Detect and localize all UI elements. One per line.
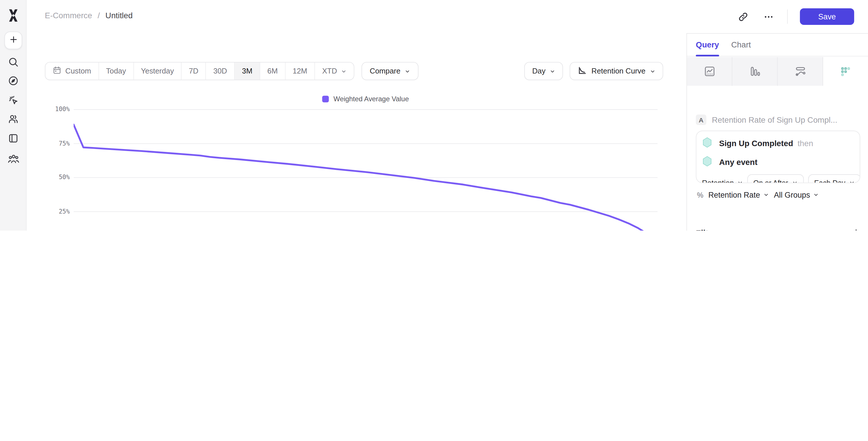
query-panel: Query Chart A Retention Rate of Sign (686, 33, 868, 231)
y-tick-label: 100% (27, 106, 70, 113)
breadcrumb-current[interactable]: Untitled (105, 11, 133, 20)
range-custom[interactable]: Custom (45, 63, 99, 80)
add-filter-icon[interactable] (852, 228, 861, 231)
retention-mode-label: Retention (702, 179, 734, 183)
retention-mode-dropdown[interactable]: Retention (701, 179, 743, 183)
cohorts-community-icon[interactable] (7, 152, 20, 165)
y-tick-label: 25% (27, 208, 70, 215)
calendar-icon (53, 66, 62, 76)
explore-compass-icon[interactable] (7, 74, 20, 87)
share-link-icon[interactable] (736, 10, 750, 23)
events-click-icon[interactable] (7, 93, 20, 107)
chart-toolbar: CustomTodayYesterday7D30D3M6M12MXTD Comp… (45, 62, 663, 80)
breadcrumb-separator: / (98, 11, 100, 20)
measure-metric-dropdown[interactable]: Retention Rate (709, 190, 769, 199)
retention-curve-chart[interactable] (73, 109, 657, 231)
more-options-icon[interactable] (762, 10, 775, 23)
chevron-down-icon (341, 68, 347, 74)
event-row-first[interactable]: Sign Up Completed then (701, 136, 855, 150)
app-logo-x-icon[interactable] (5, 8, 21, 24)
range-6m[interactable]: 6M (260, 63, 285, 80)
line-chart-icon[interactable] (687, 57, 733, 86)
chart-legend[interactable]: Weighted Average Value (73, 95, 657, 103)
retention-bucket-label: Each Day (814, 179, 845, 183)
chevron-down-icon (650, 68, 655, 74)
event-hexagon-icon (702, 155, 712, 169)
y-tick-label: 50% (27, 174, 70, 181)
retention-controls-row: Retention On or After Each Day (701, 174, 855, 183)
new-report-button[interactable] (4, 32, 22, 49)
retention-dots-icon[interactable] (823, 57, 868, 86)
chart-type-label: Retention Curve (591, 67, 646, 75)
measure-group-label: All Groups (774, 190, 810, 199)
breadcrumb-parent[interactable]: E-Commerce (45, 11, 92, 20)
panel-tabs: Query Chart (687, 34, 868, 56)
save-button[interactable]: Save (800, 8, 854, 25)
chart-type-dropdown[interactable]: Retention Curve (570, 62, 663, 80)
step-badge: A (696, 115, 706, 125)
library-icon[interactable] (7, 132, 20, 145)
plus-icon (9, 34, 18, 46)
retention-bucket-dropdown[interactable]: Each Day (808, 174, 860, 183)
sidebar (0, 0, 27, 231)
granularity-dropdown[interactable]: Day (524, 62, 563, 80)
percent-symbol: % (697, 191, 703, 199)
range-today[interactable]: Today (99, 63, 134, 80)
chevron-down-icon (405, 68, 410, 74)
topbar: E-Commerce / Untitled Save (27, 0, 868, 33)
main-content: CustomTodayYesterday7D30D3M6M12MXTD Comp… (27, 33, 686, 231)
event-name: Any event (719, 158, 758, 167)
legend-label: Weighted Average Value (334, 95, 409, 103)
bar-chart-icon[interactable] (733, 57, 778, 86)
breadcrumb: E-Commerce / Untitled (45, 11, 133, 20)
flow-sankey-icon[interactable] (778, 57, 823, 86)
retention-anchor-label: On or After (753, 179, 788, 183)
legend-swatch (322, 96, 329, 102)
measure-row: % Retention Rate All Groups (697, 190, 819, 199)
step-title: Retention Rate of Sign Up Compl... (712, 116, 837, 124)
measure-group-dropdown[interactable]: All Groups (774, 190, 819, 199)
compare-label: Compare (370, 67, 400, 75)
range-12m[interactable]: 12M (285, 63, 315, 80)
event-row-return[interactable]: Any event (701, 155, 855, 169)
chevron-down-icon (550, 68, 555, 74)
measure-metric-label: Retention Rate (709, 190, 760, 199)
range-3m[interactable]: 3M (235, 63, 260, 80)
range-7d[interactable]: 7D (182, 63, 206, 80)
events-card: Sign Up Completed then Any event Retenti… (696, 130, 860, 183)
retention-anchor-dropdown[interactable]: On or After (747, 174, 804, 183)
tab-chart[interactable]: Chart (731, 34, 751, 56)
compare-button[interactable]: Compare (361, 62, 418, 80)
tab-query[interactable]: Query (696, 34, 719, 56)
range-yesterday[interactable]: Yesterday (134, 63, 182, 80)
search-icon[interactable] (7, 55, 20, 69)
users-icon[interactable] (7, 112, 20, 126)
event-name: Sign Up Completed (719, 139, 793, 148)
filter-title: Filter (696, 229, 716, 231)
granularity-label: Day (532, 67, 546, 75)
range-30d[interactable]: 30D (206, 63, 235, 80)
query-step-header[interactable]: A Retention Rate of Sign Up Compl... (696, 115, 837, 125)
date-range-group: CustomTodayYesterday7D30D3M6M12MXTD (45, 62, 354, 80)
range-xtd[interactable]: XTD (315, 63, 354, 80)
retention-analytics-app: E-Commerce / Untitled Save CustomTodayYe… (0, 0, 868, 231)
visualization-icon-tabs (687, 57, 868, 86)
y-tick-label: 75% (27, 140, 70, 147)
filter-section-header: Filter (696, 228, 860, 231)
event-connector: then (798, 139, 813, 148)
retention-curve-icon (578, 66, 587, 77)
topbar-divider (787, 9, 788, 24)
event-hexagon-icon (702, 136, 712, 150)
